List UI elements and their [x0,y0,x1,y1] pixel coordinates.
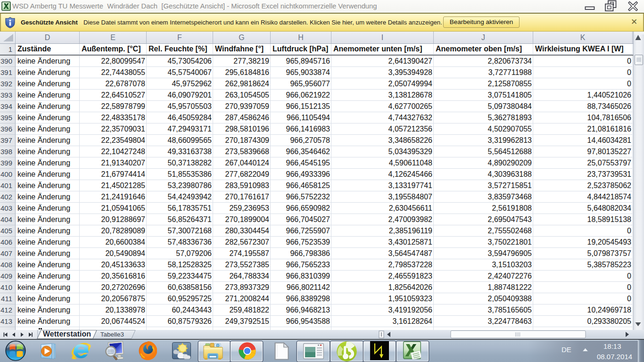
svg-text:Wetterstation: Wetterstation [43,330,91,338]
svg-text:Tabelle3: Tabelle3 [100,331,124,338]
